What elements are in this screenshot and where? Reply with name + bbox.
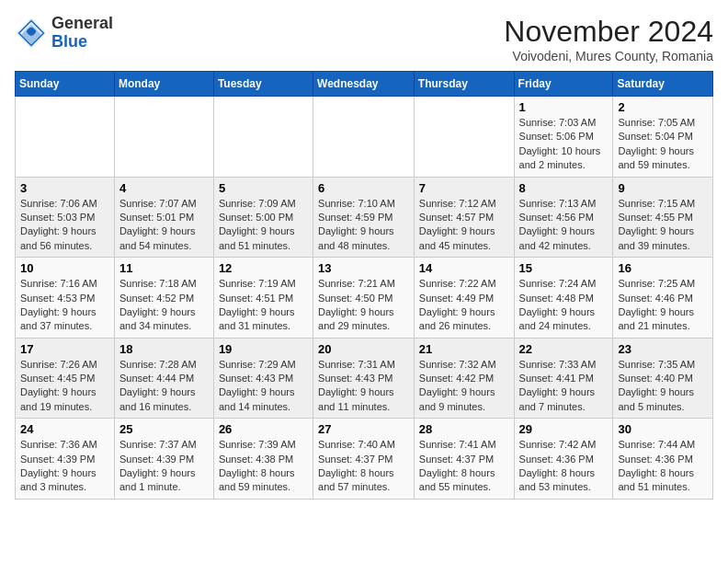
calendar-header: SundayMondayTuesdayWednesdayThursdayFrid… bbox=[16, 72, 713, 97]
day-number: 6 bbox=[318, 181, 409, 195]
day-info: Sunrise: 7:31 AM Sunset: 4:43 PM Dayligh… bbox=[318, 358, 409, 415]
day-info: Sunrise: 7:06 AM Sunset: 5:03 PM Dayligh… bbox=[20, 197, 109, 254]
calendar-cell: 17Sunrise: 7:26 AM Sunset: 4:45 PM Dayli… bbox=[16, 338, 115, 419]
day-number: 20 bbox=[318, 342, 409, 356]
day-number: 8 bbox=[519, 181, 609, 195]
calendar-cell: 5Sunrise: 7:09 AM Sunset: 5:00 PM Daylig… bbox=[213, 177, 313, 258]
calendar-cell: 14Sunrise: 7:22 AM Sunset: 4:49 PM Dayli… bbox=[414, 258, 514, 339]
calendar-cell: 10Sunrise: 7:16 AM Sunset: 4:53 PM Dayli… bbox=[16, 258, 115, 339]
page-header: General Blue November 2024 Voivodeni, Mu… bbox=[15, 15, 713, 63]
calendar-cell bbox=[313, 97, 415, 178]
day-number: 23 bbox=[618, 342, 708, 356]
day-info: Sunrise: 7:40 AM Sunset: 4:37 PM Dayligh… bbox=[318, 438, 409, 495]
day-info: Sunrise: 7:41 AM Sunset: 4:37 PM Dayligh… bbox=[419, 438, 509, 495]
month-title: November 2024 bbox=[504, 15, 713, 49]
day-info: Sunrise: 7:13 AM Sunset: 4:56 PM Dayligh… bbox=[519, 197, 609, 254]
day-number: 25 bbox=[119, 422, 209, 436]
calendar-week-row: 24Sunrise: 7:36 AM Sunset: 4:39 PM Dayli… bbox=[16, 419, 713, 500]
calendar-cell: 22Sunrise: 7:33 AM Sunset: 4:41 PM Dayli… bbox=[514, 338, 613, 419]
calendar-cell: 15Sunrise: 7:24 AM Sunset: 4:48 PM Dayli… bbox=[514, 258, 613, 339]
day-info: Sunrise: 7:29 AM Sunset: 4:43 PM Dayligh… bbox=[219, 358, 308, 415]
day-number: 27 bbox=[318, 422, 409, 436]
day-info: Sunrise: 7:26 AM Sunset: 4:45 PM Dayligh… bbox=[20, 358, 109, 415]
logo: General Blue bbox=[15, 15, 113, 52]
weekday-header-friday: Friday bbox=[514, 72, 613, 97]
day-number: 17 bbox=[20, 342, 109, 356]
day-info: Sunrise: 7:44 AM Sunset: 4:36 PM Dayligh… bbox=[618, 438, 708, 495]
weekday-header-wednesday: Wednesday bbox=[313, 72, 415, 97]
calendar-cell: 28Sunrise: 7:41 AM Sunset: 4:37 PM Dayli… bbox=[414, 419, 514, 500]
day-info: Sunrise: 7:10 AM Sunset: 4:59 PM Dayligh… bbox=[318, 197, 409, 254]
logo-text: General Blue bbox=[51, 15, 113, 52]
day-info: Sunrise: 7:36 AM Sunset: 4:39 PM Dayligh… bbox=[20, 438, 109, 495]
calendar-cell: 2Sunrise: 7:05 AM Sunset: 5:04 PM Daylig… bbox=[613, 97, 713, 178]
day-info: Sunrise: 7:19 AM Sunset: 4:51 PM Dayligh… bbox=[219, 277, 308, 334]
day-number: 13 bbox=[318, 261, 409, 275]
day-number: 5 bbox=[219, 181, 308, 195]
calendar-cell: 3Sunrise: 7:06 AM Sunset: 5:03 PM Daylig… bbox=[16, 177, 115, 258]
calendar-week-row: 3Sunrise: 7:06 AM Sunset: 5:03 PM Daylig… bbox=[16, 177, 713, 258]
calendar-cell: 23Sunrise: 7:35 AM Sunset: 4:40 PM Dayli… bbox=[613, 338, 713, 419]
calendar-cell: 11Sunrise: 7:18 AM Sunset: 4:52 PM Dayli… bbox=[114, 258, 213, 339]
day-info: Sunrise: 7:37 AM Sunset: 4:39 PM Dayligh… bbox=[119, 438, 209, 495]
day-number: 14 bbox=[419, 261, 509, 275]
calendar-cell bbox=[114, 97, 213, 178]
day-info: Sunrise: 7:32 AM Sunset: 4:42 PM Dayligh… bbox=[419, 358, 509, 415]
calendar-cell: 21Sunrise: 7:32 AM Sunset: 4:42 PM Dayli… bbox=[414, 338, 514, 419]
title-area: November 2024 Voivodeni, Mures County, R… bbox=[504, 15, 713, 63]
calendar-cell: 27Sunrise: 7:40 AM Sunset: 4:37 PM Dayli… bbox=[313, 419, 415, 500]
logo-blue-text: Blue bbox=[51, 32, 87, 51]
day-number: 28 bbox=[419, 422, 509, 436]
day-info: Sunrise: 7:33 AM Sunset: 4:41 PM Dayligh… bbox=[519, 358, 609, 415]
calendar-cell: 6Sunrise: 7:10 AM Sunset: 4:59 PM Daylig… bbox=[313, 177, 415, 258]
day-number: 30 bbox=[618, 422, 708, 436]
day-info: Sunrise: 7:09 AM Sunset: 5:00 PM Dayligh… bbox=[219, 197, 308, 254]
day-info: Sunrise: 7:07 AM Sunset: 5:01 PM Dayligh… bbox=[119, 197, 209, 254]
weekday-header-thursday: Thursday bbox=[414, 72, 514, 97]
calendar-body: 1Sunrise: 7:03 AM Sunset: 5:06 PM Daylig… bbox=[16, 97, 713, 500]
calendar-cell: 9Sunrise: 7:15 AM Sunset: 4:55 PM Daylig… bbox=[613, 177, 713, 258]
logo-icon bbox=[15, 17, 48, 50]
day-info: Sunrise: 7:03 AM Sunset: 5:06 PM Dayligh… bbox=[519, 116, 609, 173]
calendar-cell: 30Sunrise: 7:44 AM Sunset: 4:36 PM Dayli… bbox=[613, 419, 713, 500]
calendar-cell: 7Sunrise: 7:12 AM Sunset: 4:57 PM Daylig… bbox=[414, 177, 514, 258]
day-number: 7 bbox=[419, 181, 509, 195]
day-info: Sunrise: 7:22 AM Sunset: 4:49 PM Dayligh… bbox=[419, 277, 509, 334]
calendar-cell: 4Sunrise: 7:07 AM Sunset: 5:01 PM Daylig… bbox=[114, 177, 213, 258]
weekday-header-row: SundayMondayTuesdayWednesdayThursdayFrid… bbox=[16, 72, 713, 97]
day-number: 22 bbox=[519, 342, 609, 356]
day-number: 3 bbox=[20, 181, 109, 195]
calendar-cell: 29Sunrise: 7:42 AM Sunset: 4:36 PM Dayli… bbox=[514, 419, 613, 500]
day-number: 18 bbox=[119, 342, 209, 356]
calendar-week-row: 1Sunrise: 7:03 AM Sunset: 5:06 PM Daylig… bbox=[16, 97, 713, 178]
calendar-cell bbox=[16, 97, 115, 178]
day-info: Sunrise: 7:21 AM Sunset: 4:50 PM Dayligh… bbox=[318, 277, 409, 334]
day-number: 4 bbox=[119, 181, 209, 195]
location-subtitle: Voivodeni, Mures County, Romania bbox=[504, 49, 713, 63]
day-number: 10 bbox=[20, 261, 109, 275]
day-info: Sunrise: 7:18 AM Sunset: 4:52 PM Dayligh… bbox=[119, 277, 209, 334]
calendar-week-row: 17Sunrise: 7:26 AM Sunset: 4:45 PM Dayli… bbox=[16, 338, 713, 419]
day-number: 15 bbox=[519, 261, 609, 275]
day-number: 21 bbox=[419, 342, 509, 356]
calendar-cell: 1Sunrise: 7:03 AM Sunset: 5:06 PM Daylig… bbox=[514, 97, 613, 178]
calendar-cell: 16Sunrise: 7:25 AM Sunset: 4:46 PM Dayli… bbox=[613, 258, 713, 339]
day-info: Sunrise: 7:39 AM Sunset: 4:38 PM Dayligh… bbox=[219, 438, 308, 495]
day-number: 2 bbox=[618, 100, 708, 114]
weekday-header-sunday: Sunday bbox=[16, 72, 115, 97]
day-info: Sunrise: 7:35 AM Sunset: 4:40 PM Dayligh… bbox=[618, 358, 708, 415]
day-info: Sunrise: 7:16 AM Sunset: 4:53 PM Dayligh… bbox=[20, 277, 109, 334]
logo-general-text: General bbox=[51, 14, 113, 32]
calendar-cell bbox=[213, 97, 313, 178]
calendar-cell bbox=[414, 97, 514, 178]
calendar-cell: 13Sunrise: 7:21 AM Sunset: 4:50 PM Dayli… bbox=[313, 258, 415, 339]
day-number: 11 bbox=[119, 261, 209, 275]
calendar-cell: 25Sunrise: 7:37 AM Sunset: 4:39 PM Dayli… bbox=[114, 419, 213, 500]
calendar-table: SundayMondayTuesdayWednesdayThursdayFrid… bbox=[15, 71, 713, 500]
calendar-cell: 20Sunrise: 7:31 AM Sunset: 4:43 PM Dayli… bbox=[313, 338, 415, 419]
day-info: Sunrise: 7:12 AM Sunset: 4:57 PM Dayligh… bbox=[419, 197, 509, 254]
day-number: 16 bbox=[618, 261, 708, 275]
day-info: Sunrise: 7:25 AM Sunset: 4:46 PM Dayligh… bbox=[618, 277, 708, 334]
day-info: Sunrise: 7:15 AM Sunset: 4:55 PM Dayligh… bbox=[618, 197, 708, 254]
day-number: 26 bbox=[219, 422, 308, 436]
